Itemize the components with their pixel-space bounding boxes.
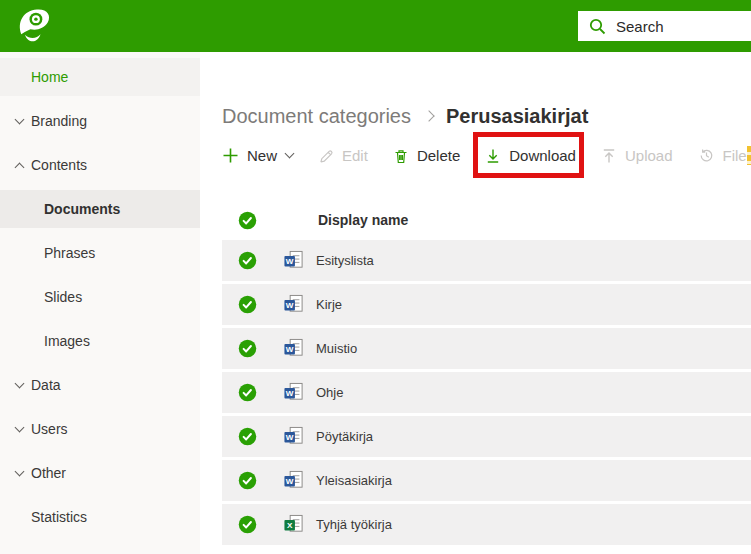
search-box[interactable] xyxy=(578,11,751,41)
sidebar-item-label: Phrases xyxy=(44,245,95,261)
sidebar-item-label: Users xyxy=(31,421,68,437)
selected-check-icon[interactable] xyxy=(238,339,257,358)
download-button[interactable]: Download xyxy=(485,139,576,172)
expand-chevron-icon[interactable] xyxy=(12,202,26,216)
expand-chevron-icon[interactable] xyxy=(12,114,26,128)
delete-button[interactable]: Delete xyxy=(393,139,460,172)
expand-chevron-icon[interactable] xyxy=(12,246,26,260)
plus-icon xyxy=(222,147,239,164)
column-header-display-name[interactable]: Display name xyxy=(318,212,408,228)
new-button-label: New xyxy=(247,147,277,164)
file-type-icon: W xyxy=(283,294,304,315)
file-type-icon: X xyxy=(283,514,304,535)
chameleon-logo-icon[interactable] xyxy=(13,4,57,48)
sidebar-item[interactable]: Users xyxy=(0,410,200,448)
table-row[interactable]: W Muistio xyxy=(222,328,751,369)
breadcrumb-separator-icon xyxy=(423,110,434,121)
selected-check-icon[interactable] xyxy=(238,383,257,402)
trash-icon xyxy=(393,148,409,164)
sidebar-item[interactable]: Images xyxy=(0,322,200,360)
file-type-icon: W xyxy=(283,426,304,447)
sidebar-item[interactable]: Phrases xyxy=(0,234,200,272)
command-toolbar: New Edit Delete Download Upload File his… xyxy=(222,139,751,172)
table-row[interactable]: W Esityslista xyxy=(222,240,751,281)
chevron-down-icon xyxy=(285,149,295,159)
sidebar-item-label: Home xyxy=(31,69,68,85)
sidebar-item-label: Documents xyxy=(44,201,120,217)
file-badge-letter: W xyxy=(286,301,294,310)
expand-chevron-icon[interactable] xyxy=(12,466,26,480)
upload-icon xyxy=(601,148,617,164)
expand-chevron-icon[interactable] xyxy=(12,510,26,524)
sidebar-item-label: Images xyxy=(44,333,90,349)
expand-chevron-icon[interactable] xyxy=(12,158,26,172)
table-row[interactable]: X Tyhjä työkirja xyxy=(222,504,751,545)
new-button[interactable]: New xyxy=(222,139,293,172)
selected-check-icon[interactable] xyxy=(238,427,257,446)
edit-button-label: Edit xyxy=(342,147,368,164)
history-icon xyxy=(698,147,715,164)
sidebar-item[interactable]: Other xyxy=(0,454,200,492)
sidebar-item[interactable]: Statistics xyxy=(0,498,200,536)
expand-chevron-icon[interactable] xyxy=(12,378,26,392)
sidebar-item[interactable]: Home xyxy=(0,58,200,96)
download-icon xyxy=(485,148,501,164)
file-badge-letter: X xyxy=(287,521,293,530)
sidebar-item[interactable]: Data xyxy=(0,366,200,404)
select-all-check-icon[interactable] xyxy=(238,211,257,230)
delete-button-label: Delete xyxy=(417,147,460,164)
selected-check-icon[interactable] xyxy=(238,251,257,270)
sidebar-item[interactable]: Documents xyxy=(0,190,200,228)
file-type-icon: W xyxy=(283,470,304,491)
table-row[interactable]: W Kirje xyxy=(222,284,751,325)
document-name: Yleisasiakirja xyxy=(316,473,392,488)
file-history-button[interactable]: File history xyxy=(698,139,751,172)
breadcrumb-current: Perusasiakirjat xyxy=(446,105,588,128)
sidebar-item-label: Other xyxy=(31,465,66,481)
document-name: Kirje xyxy=(316,297,342,312)
document-name: Esityslista xyxy=(316,253,374,268)
sidebar-item-label: Branding xyxy=(31,113,87,129)
sidebar-item[interactable]: Contents xyxy=(0,146,200,184)
expand-chevron-icon[interactable] xyxy=(12,290,26,304)
expand-chevron-icon[interactable] xyxy=(12,334,26,348)
file-badge-letter: W xyxy=(286,433,294,442)
upload-button-label: Upload xyxy=(625,147,673,164)
top-bar xyxy=(0,0,751,52)
sidebar-item-label: Contents xyxy=(31,157,87,173)
document-name: Pöytäkirja xyxy=(316,429,373,444)
table-row[interactable]: W Yleisasiakirja xyxy=(222,460,751,501)
file-badge-letter: W xyxy=(286,345,294,354)
breadcrumb-parent[interactable]: Document categories xyxy=(222,105,411,128)
sidebar-item-label: Data xyxy=(31,377,61,393)
edit-button[interactable]: Edit xyxy=(318,139,368,172)
document-table: Display name W Esityslista xyxy=(222,200,751,548)
file-badge-letter: W xyxy=(286,257,294,266)
document-name: Tyhjä työkirja xyxy=(316,517,392,532)
table-body: W Esityslista W Kirje xyxy=(222,240,751,545)
search-input[interactable] xyxy=(614,17,736,36)
selected-check-icon[interactable] xyxy=(238,515,257,534)
expand-chevron-icon[interactable] xyxy=(12,70,26,84)
sidebar-nav: Home Branding Contents Documents xyxy=(0,52,200,554)
document-name: Ohje xyxy=(316,385,343,400)
download-button-label: Download xyxy=(509,147,576,164)
selected-check-icon[interactable] xyxy=(238,471,257,490)
file-badge-letter: W xyxy=(286,477,294,486)
sidebar-item[interactable]: Slides xyxy=(0,278,200,316)
breadcrumb: Document categories Perusasiakirjat xyxy=(222,102,588,130)
document-name: Muistio xyxy=(316,341,357,356)
table-row[interactable]: W Pöytäkirja xyxy=(222,416,751,457)
expand-chevron-icon[interactable] xyxy=(12,422,26,436)
table-row[interactable]: W Ohje xyxy=(222,372,751,413)
upload-button[interactable]: Upload xyxy=(601,139,673,172)
pencil-icon xyxy=(318,148,334,164)
search-icon xyxy=(589,18,606,35)
cutoff-toolbar-icon xyxy=(747,146,751,165)
sidebar-item-label: Slides xyxy=(44,289,82,305)
sidebar-item[interactable]: Branding xyxy=(0,102,200,140)
file-type-icon: W xyxy=(283,338,304,359)
table-header-row: Display name xyxy=(222,200,751,240)
file-type-icon: W xyxy=(283,250,304,271)
selected-check-icon[interactable] xyxy=(238,295,257,314)
